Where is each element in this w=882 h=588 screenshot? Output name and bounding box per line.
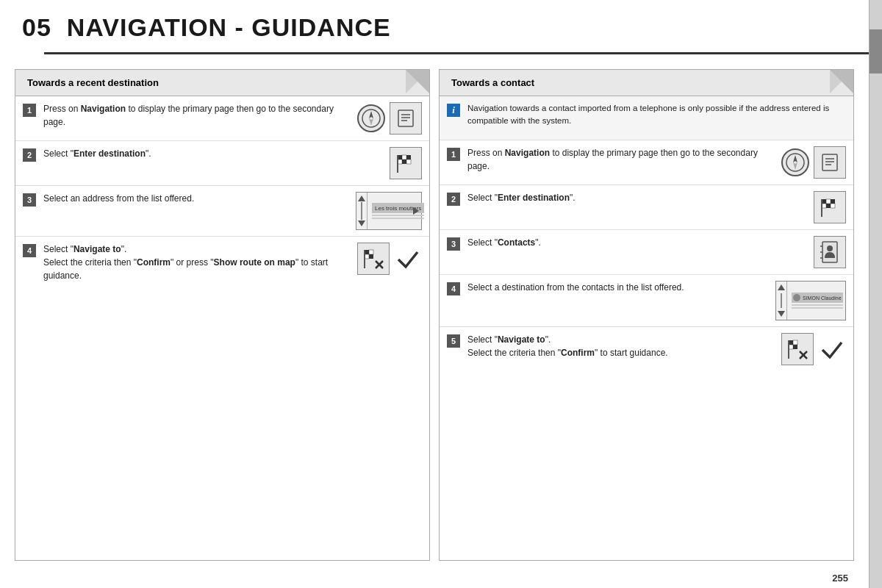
step-2-text: Select "Enter destination".: [43, 147, 382, 160]
svg-rect-41: [793, 340, 797, 345]
svg-rect-15: [369, 250, 373, 254]
step-2-icons: [390, 147, 422, 179]
page-number: 255: [0, 568, 869, 588]
left-panel-title: Towards a recent destination: [27, 77, 159, 88]
scrollbar-thumb[interactable]: [870, 29, 882, 74]
svg-rect-9: [406, 155, 411, 159]
svg-rect-32: [826, 204, 831, 208]
contact-book-icon: [814, 236, 846, 268]
right-step-4-text: Select a destination from the contacts i…: [467, 281, 768, 294]
svg-rect-24: [822, 154, 837, 171]
step-1-text: Press on Navigation to display the prima…: [43, 102, 350, 129]
left-panel: Towards a recent destination 1 Press on …: [15, 69, 430, 561]
svg-marker-23: [793, 162, 797, 170]
right-dest-flag-x-icon: [781, 333, 814, 365]
right-step-number-1: 1: [447, 148, 460, 161]
compass-icon: [357, 104, 385, 132]
right-step-1-text: Press on Navigation to display the prima…: [467, 146, 774, 173]
step-number-4: 4: [23, 244, 36, 257]
secondary-page-icon: [390, 102, 422, 135]
right-checkmark-icon: [818, 335, 846, 363]
left-step-1: 1 Press on Navigation to display the pri…: [15, 96, 429, 141]
svg-rect-3: [398, 110, 413, 126]
right-step-3-icons: [814, 236, 846, 268]
contact-list-icon: SIMON Claudine: [775, 281, 846, 320]
step-4-icons: [357, 243, 422, 275]
right-checkered-flag-icon: [814, 191, 846, 223]
right-step-2: 2 Select "Enter destination".: [440, 185, 853, 230]
step-1-icons: [357, 102, 422, 135]
svg-point-39: [827, 245, 833, 251]
chapter-title: NAVIGATION - GUIDANCE: [67, 13, 391, 41]
step-number-3: 3: [23, 193, 36, 207]
dest-flag-x-icon: [357, 243, 390, 275]
right-step-1-icons: [781, 146, 846, 179]
svg-rect-12: [406, 159, 411, 164]
right-step-4-icons: SIMON Claudine: [775, 281, 846, 320]
left-step-4: 4 Select "Navigate to". Select the crite…: [15, 237, 429, 288]
right-step-number-3: 3: [447, 237, 460, 251]
scrollbar[interactable]: [869, 0, 882, 588]
step-number-2: 2: [23, 148, 36, 162]
checkered-flag-icon: [390, 147, 422, 179]
svg-marker-22: [793, 155, 797, 162]
svg-rect-17: [369, 254, 373, 259]
right-panel: Towards a contact i Navigation towards a…: [439, 69, 854, 561]
left-panel-header: Towards a recent destination: [15, 70, 429, 96]
right-secondary-page-icon: [814, 146, 846, 179]
right-step-5-icons: [781, 333, 846, 365]
right-panel-header: Towards a contact: [440, 70, 853, 96]
left-step-2: 2 Select "Enter destination".: [15, 141, 429, 186]
right-compass-icon: [781, 148, 809, 176]
right-step-number-5: 5: [447, 334, 460, 348]
chapter-number: 05: [22, 13, 51, 41]
info-text: Navigation towards a contact imported fr…: [467, 102, 846, 128]
step-3-text: Select an address from the list offered.: [43, 192, 348, 205]
checkmark-icon: [394, 245, 422, 273]
left-step-3: 3 Select an address from the list offere…: [15, 186, 429, 237]
step-4-text: Select "Navigate to". Select the criteri…: [43, 243, 350, 282]
svg-rect-30: [831, 199, 835, 204]
right-step-3: 3 Select "Contacts".: [440, 230, 853, 275]
svg-rect-33: [831, 204, 835, 208]
right-step-3-text: Select "Contacts".: [467, 236, 806, 249]
right-info-step: i Navigation towards a contact imported …: [440, 96, 853, 140]
right-step-2-text: Select "Enter destination".: [467, 191, 806, 204]
page-title: 05 NAVIGATION - GUIDANCE: [22, 13, 391, 41]
right-step-number-4: 4: [447, 282, 460, 295]
right-panel-title: Towards a contact: [451, 77, 534, 88]
svg-marker-2: [369, 118, 373, 126]
right-step-2-icons: [814, 191, 846, 223]
right-step-1: 1 Press on Navigation to display the pri…: [440, 140, 853, 185]
svg-marker-1: [369, 111, 373, 118]
svg-rect-43: [793, 345, 797, 349]
svg-rect-8: [402, 155, 406, 159]
right-step-number-2: 2: [447, 193, 460, 206]
address-list-icon: Les trois moutiers: [356, 192, 422, 230]
right-step-5-text: Select "Navigate to". Select the criteri…: [467, 333, 774, 359]
info-icon: i: [447, 104, 460, 117]
page: 05 NAVIGATION - GUIDANCE Towards a recen…: [0, 0, 869, 588]
right-step-5: 5 Select "Navigate to". Select the crite…: [440, 327, 853, 371]
main-content: Towards a recent destination 1 Press on …: [0, 54, 869, 568]
step-number-1: 1: [23, 104, 36, 117]
svg-rect-29: [826, 199, 831, 204]
svg-rect-11: [402, 159, 406, 164]
right-step-4: 4 Select a destination from the contacts…: [440, 275, 853, 327]
chapter-header: 05 NAVIGATION - GUIDANCE: [0, 0, 869, 54]
step-3-icons: Les trois moutiers: [356, 192, 422, 230]
